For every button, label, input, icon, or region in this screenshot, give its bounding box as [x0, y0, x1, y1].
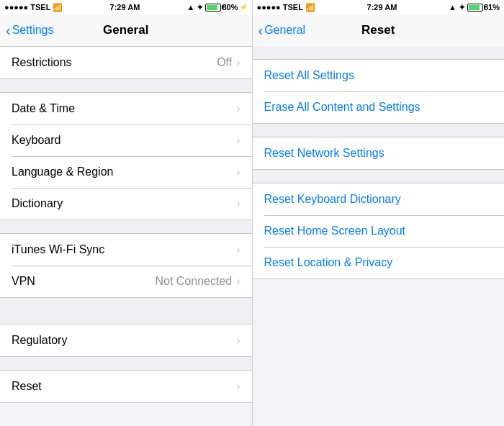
- reset-nav-label: Reset: [12, 380, 236, 393]
- regulatory-row[interactable]: Regulatory ›: [0, 325, 252, 356]
- language-region-label: Language & Region: [12, 166, 236, 178]
- left-wifi-icon: 📶: [53, 3, 63, 12]
- right-panel: Reset All Settings Erase All Content and…: [253, 46, 505, 426]
- dictionary-row[interactable]: Dictionary ›: [0, 188, 252, 219]
- vpn-chevron-icon: ›: [236, 275, 240, 288]
- itunes-wifi-row[interactable]: iTunes Wi-Fi Sync ›: [0, 234, 252, 266]
- general-section: Date & Time › Keyboard › Language & Regi…: [0, 92, 252, 220]
- itunes-wifi-label: iTunes Wi-Fi Sync: [12, 243, 236, 256]
- regulatory-chevron-icon: ›: [236, 334, 240, 347]
- left-battery-fill: [207, 5, 217, 10]
- itunes-wifi-chevron-icon: ›: [236, 243, 240, 256]
- reset-group-3: Reset Keyboard Dictionary Reset Home Scr…: [253, 183, 505, 279]
- left-back-label: Settings: [12, 24, 54, 37]
- left-status-bar: ●●●●● TSEL 📶 7:29 AM ▲ ✦ 80% ⚡: [0, 0, 252, 14]
- left-nav-title: General: [103, 23, 148, 37]
- keyboard-label: Keyboard: [12, 134, 236, 147]
- right-status-bar: ●●●●● TSEL 📶 7:29 AM ▲ ✦ 81%: [253, 0, 505, 14]
- right-back-button[interactable]: ‹ General: [258, 24, 306, 37]
- language-region-chevron-icon: ›: [236, 166, 240, 178]
- spacer-1: [0, 79, 252, 92]
- left-battery: 80% ⚡: [205, 3, 247, 12]
- right-status-left: ●●●●● TSEL 📶: [257, 3, 315, 12]
- vpn-row[interactable]: VPN Not Connected ›: [0, 266, 252, 297]
- reset-nav-chevron-icon: ›: [236, 380, 240, 393]
- left-nav-bar: ‹ Settings General: [0, 14, 252, 46]
- regulatory-label: Regulatory: [12, 334, 236, 347]
- right-nav-bar: ‹ General Reset: [252, 14, 505, 46]
- left-charging-icon: ⚡: [240, 4, 248, 11]
- dictionary-label: Dictionary: [12, 197, 236, 210]
- reset-keyboard-dict-row[interactable]: Reset Keyboard Dictionary: [253, 183, 505, 215]
- left-battery-icon: [205, 4, 221, 12]
- reset-group-2: Reset Network Settings: [253, 137, 505, 170]
- left-time: 7:29 AM: [110, 3, 140, 12]
- restrictions-label: Restrictions: [12, 56, 217, 69]
- erase-all-row[interactable]: Erase All Content and Settings: [253, 91, 505, 123]
- spacer-5: [0, 357, 252, 370]
- main-content: Restrictions Off › Date & Time › Keyboar…: [0, 46, 504, 426]
- right-location-icon: ▲: [449, 3, 456, 12]
- dictionary-chevron-icon: ›: [236, 197, 240, 210]
- left-bluetooth-icon: ✦: [197, 3, 203, 12]
- vpn-value: Not Connected: [155, 275, 232, 288]
- reset-all-settings-row[interactable]: Reset All Settings: [253, 60, 505, 91]
- keyboard-row[interactable]: Keyboard ›: [0, 124, 252, 156]
- right-battery: 81%: [467, 3, 500, 12]
- spacer-2: [0, 220, 252, 233]
- right-back-label: General: [264, 24, 305, 37]
- restrictions-value: Off: [217, 56, 232, 69]
- spacer-4: [0, 311, 252, 324]
- restrictions-section: Restrictions Off ›: [0, 46, 252, 79]
- status-bars: ●●●●● TSEL 📶 7:29 AM ▲ ✦ 80% ⚡ ●●●●● TSE…: [0, 0, 504, 14]
- right-battery-fill: [469, 5, 480, 10]
- reset-group-1: Reset All Settings Erase All Content and…: [253, 59, 505, 124]
- left-back-button[interactable]: ‹ Settings: [6, 24, 53, 37]
- left-status-left: ●●●●● TSEL 📶: [4, 3, 63, 12]
- left-back-chevron-icon: ‹: [6, 23, 11, 37]
- reset-nav-row[interactable]: Reset ›: [0, 371, 252, 402]
- right-time: 7:29 AM: [367, 3, 397, 12]
- right-carrier: ●●●●● TSEL: [257, 3, 303, 12]
- right-battery-icon: [467, 4, 483, 12]
- right-status-right: ▲ ✦ 81%: [449, 3, 500, 12]
- vpn-label: VPN: [12, 275, 155, 288]
- restrictions-row[interactable]: Restrictions Off ›: [0, 47, 252, 78]
- reset-keyboard-dict-label: Reset Keyboard Dictionary: [264, 193, 401, 206]
- sync-vpn-section: iTunes Wi-Fi Sync › VPN Not Connected ›: [0, 233, 252, 298]
- reset-nav-section: Reset ›: [0, 370, 252, 403]
- right-spacer-3: [253, 170, 505, 183]
- right-spacer-2: [253, 124, 505, 137]
- reset-network-row[interactable]: Reset Network Settings: [253, 137, 505, 169]
- left-panel: Restrictions Off › Date & Time › Keyboar…: [0, 46, 253, 426]
- restrictions-chevron-icon: ›: [236, 56, 240, 69]
- right-nav-title: Reset: [361, 23, 395, 37]
- nav-bars: ‹ Settings General ‹ General Reset: [0, 14, 504, 46]
- left-status-right: ▲ ✦ 80% ⚡: [187, 3, 248, 12]
- reset-network-label: Reset Network Settings: [264, 147, 384, 160]
- regulatory-section: Regulatory ›: [0, 324, 252, 357]
- reset-all-settings-label: Reset All Settings: [264, 69, 354, 82]
- reset-home-screen-label: Reset Home Screen Layout: [264, 225, 406, 237]
- reset-location-privacy-label: Reset Location & Privacy: [264, 256, 393, 269]
- right-bluetooth-icon: ✦: [459, 3, 465, 12]
- date-time-label: Date & Time: [12, 102, 236, 115]
- date-time-row[interactable]: Date & Time ›: [0, 93, 252, 124]
- right-spacer-1: [253, 46, 505, 59]
- left-location-icon: ▲: [187, 3, 195, 12]
- right-battery-percent: 81%: [484, 3, 500, 12]
- erase-all-label: Erase All Content and Settings: [264, 101, 420, 114]
- keyboard-chevron-icon: ›: [236, 134, 240, 147]
- reset-location-privacy-row[interactable]: Reset Location & Privacy: [253, 247, 505, 278]
- language-region-row[interactable]: Language & Region ›: [0, 156, 252, 188]
- left-battery-percent: 80%: [222, 3, 238, 12]
- reset-home-screen-row[interactable]: Reset Home Screen Layout: [253, 215, 505, 247]
- left-carrier: ●●●●● TSEL: [4, 3, 50, 12]
- date-time-chevron-icon: ›: [236, 102, 240, 115]
- right-wifi-icon: 📶: [305, 3, 315, 12]
- right-back-chevron-icon: ‹: [258, 23, 264, 37]
- spacer-3: [0, 298, 252, 311]
